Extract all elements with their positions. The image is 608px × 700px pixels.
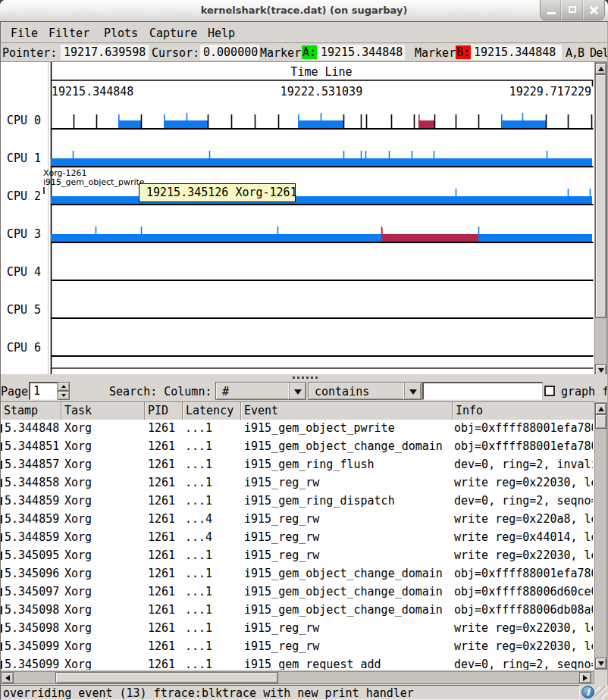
column-header-latency[interactable]: Latency — [183, 402, 241, 420]
table-row[interactable]: 5.345098Xorg1261...1i915_gem_object_chan… — [1, 602, 594, 620]
table-row[interactable]: 5.344859Xorg1261...1i915_gem_ring_dispat… — [1, 492, 594, 511]
cell-pid: 1261 — [148, 529, 175, 547]
cell-stamp: 5.344848 — [5, 420, 59, 438]
info-icon[interactable]: i — [581, 686, 594, 698]
cell-info: obj=0xffff88001efa780 — [454, 565, 593, 583]
resize-grip-icon[interactable] — [595, 686, 607, 698]
table-row[interactable]: 5.344859Xorg1261...4i915_reg_rwwrite reg… — [1, 511, 594, 529]
graph-scroll-up-button[interactable] — [595, 63, 606, 74]
cell-event: i915_reg_rw — [244, 529, 319, 547]
table-row[interactable]: 5.345096Xorg1261...1i915_gem_object_chan… — [1, 565, 594, 583]
table-scroll-up-button[interactable] — [595, 403, 606, 414]
maximize-button[interactable] — [561, 0, 582, 20]
svg-text:Time Line: Time Line — [290, 65, 352, 79]
cell-info: write reg=0x220a8, len — [454, 511, 593, 529]
arrow-down-icon — [598, 368, 604, 373]
paned-separator[interactable] — [0, 374, 608, 381]
window-title: kernelshark(trace.dat) (on sugarbay) — [0, 5, 608, 16]
cell-stamp: 5.345099 — [5, 656, 59, 670]
column-selected-value: # — [222, 384, 229, 399]
cell-stamp: 5.344858 — [5, 474, 59, 492]
cell-stamp: 5.344859 — [5, 511, 59, 529]
search-input[interactable] — [422, 382, 543, 400]
table-scroll-left-button[interactable] — [2, 672, 14, 683]
cell-pid: 1261 — [148, 456, 175, 474]
window-left-edge — [0, 22, 1, 700]
cell-stamp: 5.345096 — [5, 565, 59, 583]
maximize-icon — [569, 6, 576, 13]
cell-pid: 1261 — [148, 547, 175, 565]
marker-b-label: Marker — [415, 46, 456, 60]
cell-event: i915_gem_ring_dispatch — [244, 492, 395, 511]
cell-stamp: 5.345097 — [5, 583, 59, 602]
close-button[interactable] — [583, 0, 604, 20]
cell-stamp: 5.344859 — [5, 492, 59, 511]
table-row[interactable]: 5.344851Xorg1261...1i915_gem_object_chan… — [1, 438, 594, 456]
cell-stamp: 5.345098 — [5, 602, 59, 620]
column-header-task[interactable]: Task — [61, 402, 145, 420]
cell-pid: 1261 — [148, 656, 175, 670]
search-column-label: Search: Column: — [109, 385, 212, 398]
cell-latency: ...1 — [185, 583, 212, 602]
cell-task: Xorg — [64, 547, 92, 565]
graph-follows-checkbox[interactable] — [544, 386, 555, 396]
table-vscrollbar[interactable] — [594, 402, 607, 670]
graph-vscroll-thumb[interactable] — [595, 74, 606, 318]
table-row[interactable]: 5.344859Xorg1261...4i915_reg_rwwrite reg… — [1, 529, 594, 547]
table-row[interactable]: 5.345099Xorg1261...1i915_reg_rwwrite reg… — [1, 638, 594, 656]
cell-event: i915_gem_object_change_domain — [244, 438, 443, 456]
spin-down-icon — [61, 394, 66, 397]
cell-info: obj=0xffff88006db08a0 — [454, 602, 593, 620]
menu-file[interactable]: File — [11, 26, 38, 41]
cell-stamp: 5.344859 — [5, 529, 59, 547]
table-vscroll-thumb[interactable] — [595, 414, 606, 429]
column-header-pid[interactable]: PID — [145, 402, 183, 420]
cell-event: i915_gem_ring_flush — [244, 456, 375, 474]
table-row[interactable]: 5.345099Xorg1261...1i915_gem_request_add… — [1, 656, 594, 670]
cell-stamp: 5.345095 — [5, 547, 59, 565]
cell-pid: 1261 — [148, 438, 175, 456]
svg-text:CPU 4: CPU 4 — [7, 265, 41, 279]
svg-text:CPU 0: CPU 0 — [7, 114, 41, 127]
column-header-stamp[interactable]: Stamp — [1, 402, 61, 420]
cell-pid: 1261 — [148, 620, 175, 638]
cell-latency: ...1 — [185, 547, 212, 565]
table-row[interactable]: 5.345098Xorg1261...1i915_reg_rwwrite reg… — [1, 620, 594, 638]
cell-stamp: 5.344851 — [5, 438, 59, 456]
graph-vscrollbar[interactable] — [594, 62, 607, 377]
spin-up-button[interactable] — [58, 382, 70, 391]
page-spinbox[interactable]: 1 — [29, 382, 58, 400]
table-row[interactable]: 5.345095Xorg1261...1i915_reg_rwwrite reg… — [1, 547, 594, 565]
table-scroll-down-button[interactable] — [595, 658, 606, 669]
table-row[interactable]: 5.345097Xorg1261...1i915_gem_object_chan… — [1, 583, 594, 602]
cell-task: Xorg — [64, 565, 92, 583]
table-row[interactable]: 5.344848Xorg1261...1i915_gem_object_pwri… — [1, 420, 594, 438]
table-scroll-right-button[interactable] — [579, 672, 591, 683]
menu-help[interactable]: Help — [208, 26, 235, 41]
menu-filter[interactable]: Filter — [49, 26, 89, 41]
cell-latency: ...4 — [185, 529, 212, 547]
table-row[interactable]: 5.344858Xorg1261...1i915_reg_rwwrite reg… — [1, 474, 594, 492]
cell-event: i915_gem_object_change_domain — [244, 565, 443, 583]
match-select-arrow[interactable] — [404, 383, 421, 399]
match-select[interactable]: contains — [308, 382, 422, 400]
column-header-event[interactable]: Event — [241, 402, 453, 420]
table-hscrollbar[interactable] — [0, 671, 594, 684]
menubar: File Filter Plots Capture Help — [0, 23, 608, 43]
column-select-arrow[interactable] — [289, 383, 306, 399]
spin-down-button[interactable] — [58, 391, 70, 400]
event-table[interactable]: 5.344848Xorg1261...1i915_gem_object_pwri… — [0, 420, 594, 670]
table-hscroll-thumb[interactable] — [55, 672, 278, 683]
svg-text:19229.717229: 19229.717229 — [509, 85, 591, 98]
window-controls — [540, 0, 605, 20]
menu-plots[interactable]: Plots — [104, 26, 138, 41]
page-spin-buttons — [58, 382, 70, 400]
cell-info: obj=0xffff88006d60ce0 — [454, 583, 593, 602]
menu-capture[interactable]: Capture — [149, 26, 197, 41]
minimize-button[interactable] — [541, 0, 561, 20]
timeline-graph[interactable]: Time Line19215.34484819222.53103919229.7… — [0, 62, 594, 374]
table-row[interactable]: 5.344857Xorg1261...1i915_gem_ring_flushd… — [1, 456, 594, 474]
cell-info: dev=0, ring=2, invalid — [454, 456, 593, 474]
column-select[interactable]: # — [215, 382, 306, 400]
column-header-info[interactable]: Info — [453, 402, 595, 420]
